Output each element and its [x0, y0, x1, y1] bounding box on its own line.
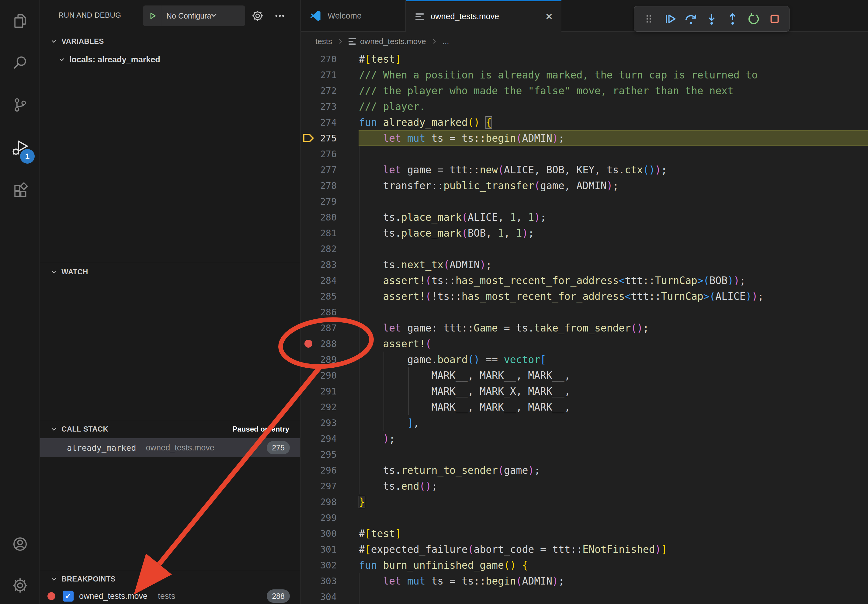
restart-button[interactable]: [745, 10, 762, 28]
toolbar-drag-handle[interactable]: [640, 10, 657, 28]
breakpoint-gutter[interactable]: [301, 494, 320, 510]
code-line[interactable]: 292 MARK__, MARK__, MARK__,: [301, 399, 868, 415]
step-over-button[interactable]: [682, 10, 699, 28]
breakpoint-gutter[interactable]: [301, 525, 320, 541]
breakpoint-gutter[interactable]: [301, 99, 320, 115]
code-line[interactable]: 301#[expected_failure(abort_code = ttt::…: [301, 541, 868, 557]
debug-settings-gear-icon[interactable]: [248, 5, 267, 26]
current-frame-arrow-icon[interactable]: [301, 130, 320, 146]
line-number[interactable]: 303: [320, 576, 337, 586]
line-number[interactable]: 290: [320, 370, 337, 381]
line-number[interactable]: 272: [320, 85, 337, 96]
locals-scope-row[interactable]: locals: already_marked: [40, 51, 300, 68]
code-line[interactable]: 273/// player.: [301, 99, 868, 115]
line-number[interactable]: 293: [320, 418, 337, 428]
extensions-icon[interactable]: [0, 174, 40, 208]
code-line[interactable]: 287 let game: ttt::Game = ts.take_from_s…: [301, 320, 868, 336]
code-line[interactable]: 281 ts.place_mark(BOB, 1, 1);: [301, 225, 868, 241]
breakpoint-gutter[interactable]: [301, 399, 320, 415]
code-line[interactable]: 280 ts.place_mark(ALICE, 1, 1);: [301, 209, 868, 225]
code-line[interactable]: 285 assert!(!ts::has_most_recent_for_add…: [301, 288, 868, 304]
breakpoint-gutter[interactable]: [301, 446, 320, 462]
breadcrumb-symbol[interactable]: ...: [443, 37, 449, 46]
line-number[interactable]: 294: [320, 434, 337, 444]
breakpoint-gutter[interactable]: [301, 241, 320, 257]
line-number[interactable]: 280: [320, 212, 337, 223]
line-number[interactable]: 276: [320, 149, 337, 160]
launch-config-dropdown[interactable]: No Configura: [143, 5, 245, 26]
code-line[interactable]: 284 assert!(ts::has_most_recent_for_addr…: [301, 273, 868, 288]
stop-button[interactable]: [766, 10, 783, 28]
code-line[interactable]: 299: [301, 510, 868, 525]
code-line[interactable]: 300#[test]: [301, 525, 868, 541]
code-line[interactable]: 291 MARK__, MARK_X, MARK__,: [301, 383, 868, 399]
code-line[interactable]: 294 );: [301, 431, 868, 446]
code-area[interactable]: 270#[test]271/// When a position is alre…: [301, 51, 868, 604]
breakpoint-gutter[interactable]: [301, 478, 320, 494]
line-number[interactable]: 277: [320, 164, 337, 175]
line-number[interactable]: 282: [320, 244, 337, 254]
code-line-current[interactable]: 275 let mut ts = ts::begin(ADMIN);: [301, 130, 868, 146]
explorer-icon[interactable]: [0, 4, 40, 38]
breakpoint-gutter[interactable]: [301, 257, 320, 273]
call-stack-section-header[interactable]: CALL STACK Paused on entry: [40, 421, 300, 438]
settings-gear-icon[interactable]: [0, 569, 40, 602]
line-number[interactable]: 301: [320, 544, 337, 555]
code-line[interactable]: 286: [301, 304, 868, 320]
code-line[interactable]: 298}: [301, 494, 868, 510]
code-line[interactable]: 278 transfer::public_transfer(game, ADMI…: [301, 178, 868, 194]
breakpoint-gutter[interactable]: [301, 383, 320, 399]
line-number[interactable]: 287: [320, 323, 337, 333]
search-icon[interactable]: [0, 46, 40, 80]
line-number[interactable]: 279: [320, 196, 337, 207]
step-into-button[interactable]: [703, 10, 720, 28]
code-line[interactable]: 304: [301, 589, 868, 604]
source-control-icon[interactable]: [0, 88, 40, 122]
breadcrumb-folder[interactable]: tests: [315, 37, 332, 46]
line-number[interactable]: 284: [320, 275, 337, 286]
breakpoint-gutter[interactable]: [301, 115, 320, 130]
breakpoint-gutter[interactable]: [301, 273, 320, 288]
breakpoint-gutter[interactable]: [301, 83, 320, 99]
tab-welcome[interactable]: Welcome: [301, 0, 406, 32]
code-line[interactable]: 277 let game = ttt::new(ALICE, BOB, KEY,…: [301, 162, 868, 178]
breakpoint-gutter[interactable]: [301, 573, 320, 589]
code-line[interactable]: 272/// the player who made the "false" m…: [301, 83, 868, 99]
breakpoints-section-header[interactable]: BREAKPOINTS: [40, 570, 300, 588]
watch-section-header[interactable]: WATCH: [40, 263, 300, 280]
breakpoint-gutter[interactable]: [301, 194, 320, 209]
code-line[interactable]: 295: [301, 446, 868, 462]
code-line[interactable]: 296 ts.return_to_sender(game);: [301, 462, 868, 478]
breakpoint-gutter[interactable]: [301, 541, 320, 557]
code-line[interactable]: 270#[test]: [301, 51, 868, 67]
line-number[interactable]: 286: [320, 307, 337, 317]
start-debug-icon[interactable]: [143, 5, 162, 26]
code-line[interactable]: 290 MARK__, MARK__, MARK__,: [301, 367, 868, 383]
call-stack-frame-row[interactable]: already_marked owned_tests.move 275: [40, 438, 300, 457]
breakpoint-gutter[interactable]: [301, 209, 320, 225]
line-number[interactable]: 270: [320, 54, 337, 65]
code-line[interactable]: 288 assert!(: [301, 336, 868, 352]
breakpoint-gutter[interactable]: [301, 67, 320, 83]
line-number[interactable]: 296: [320, 465, 337, 475]
breakpoint-gutter[interactable]: [301, 320, 320, 336]
breakpoint-gutter[interactable]: [301, 51, 320, 67]
line-number[interactable]: 285: [320, 291, 337, 302]
line-number[interactable]: 292: [320, 402, 337, 412]
code-line[interactable]: 297 ts.end();: [301, 478, 868, 494]
line-number[interactable]: 288: [320, 339, 337, 349]
code-line[interactable]: 271/// When a position is already marked…: [301, 67, 868, 83]
breakpoint-gutter[interactable]: [301, 352, 320, 367]
run-and-debug-icon[interactable]: 1: [0, 131, 40, 164]
code-line[interactable]: 289 game.board() == vector[: [301, 352, 868, 367]
line-number[interactable]: 271: [320, 70, 337, 80]
line-number[interactable]: 304: [320, 592, 337, 602]
line-number[interactable]: 302: [320, 560, 337, 570]
variables-section-header[interactable]: VARIABLES: [40, 33, 300, 50]
code-line[interactable]: 302fun burn_unfinished_game() {: [301, 557, 868, 573]
line-number[interactable]: 300: [320, 528, 337, 539]
breakpoint-gutter[interactable]: [301, 146, 320, 162]
account-icon[interactable]: [0, 527, 40, 561]
breadcrumb-file[interactable]: owned_tests.move: [360, 37, 426, 46]
code-line[interactable]: 279: [301, 194, 868, 209]
